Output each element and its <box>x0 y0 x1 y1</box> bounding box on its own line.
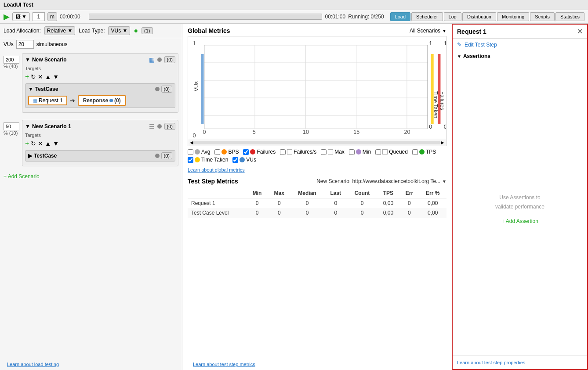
tab-scripts[interactable]: Scripts <box>530 12 555 21</box>
collapse-icon-1[interactable]: ▼ <box>25 57 30 63</box>
legend-tps-checkbox[interactable] <box>412 149 418 155</box>
svg-text:0: 0 <box>192 133 196 137</box>
row1-tps: 0,00 <box>377 198 399 208</box>
collapse-icon-2[interactable]: ▼ <box>25 123 30 129</box>
legend-time-taken-label: Time Taken <box>201 157 228 163</box>
edit-test-step-button[interactable]: ✎ Edit Test Step <box>453 39 587 50</box>
legend-failures-label: Failures <box>257 149 276 155</box>
row1-name: Request 1 <box>188 198 247 208</box>
right-panel: Request 1 ✕ ✎ Edit Test Step ▼ Assertion… <box>452 24 588 370</box>
tab-monitoring[interactable]: Monitoring <box>497 12 529 21</box>
col-last: Last <box>324 188 348 198</box>
vus-input[interactable] <box>16 40 34 49</box>
add-assertion-button[interactable]: + Add Assertion <box>501 218 538 224</box>
add-target-btn-2[interactable]: + <box>25 140 29 147</box>
legend-vus-checkbox[interactable] <box>232 157 238 163</box>
collapse-icon-tc1[interactable]: ▼ <box>28 86 33 92</box>
scroll-left-btn[interactable]: ◀ <box>190 140 193 145</box>
targets-label-1: Targets <box>25 66 175 71</box>
learn-test-step-props-link[interactable]: Learn about test step properties <box>457 360 525 365</box>
app-container: LoadUI Test ▶ 🖼 ▼ 1 m 00:00:00 00:01:00 … <box>0 0 588 370</box>
col-name <box>188 188 247 198</box>
pct-input-1[interactable] <box>4 56 19 64</box>
svg-text:0: 0 <box>444 124 446 130</box>
learn-test-step-metrics-link[interactable]: Learn about test step metrics <box>188 360 261 369</box>
add-scenario-button[interactable]: + Add Scenario <box>4 173 178 180</box>
chart-scrollbar[interactable]: ◀ ▶ <box>188 139 446 146</box>
time-unit-dropdown[interactable]: m <box>47 12 57 21</box>
load-type-dropdown[interactable]: VUs ▼ <box>108 26 130 35</box>
legend-max-label: Max <box>334 149 345 155</box>
learn-global-metrics-link[interactable]: Learn about global metrics <box>182 165 452 174</box>
simultaneous-label: simultaneous <box>36 41 68 47</box>
tab-scheduler[interactable]: Scheduler <box>411 12 443 21</box>
legend-max-checkbox[interactable] <box>321 149 327 155</box>
row2-min: 0 <box>247 208 268 218</box>
play-button[interactable]: ▶ <box>4 12 10 22</box>
allocation-type-dropdown[interactable]: Relative ▼ <box>44 26 76 35</box>
tab-log[interactable]: Log <box>444 12 461 21</box>
collapse-icon-tc2[interactable]: ▶ <box>28 153 32 159</box>
legend-failures-s-checkbox[interactable] <box>280 149 286 155</box>
legend-min-dot <box>356 149 361 154</box>
scenario2-dot <box>157 124 162 129</box>
legend-min-checkbox[interactable] <box>349 149 355 155</box>
learn-metrics-area: Learn about test step metrics <box>182 359 452 370</box>
row1-count: 0 <box>348 198 377 208</box>
close-button[interactable]: ✕ <box>577 27 583 36</box>
assertions-label: ▼ Assertions <box>457 53 583 59</box>
time-value-input[interactable]: 1 <box>33 12 45 21</box>
bar-chart-icon-1[interactable]: ▦ <box>149 56 155 63</box>
scenario1-title: New Scenario <box>32 57 67 63</box>
pct-input-2[interactable] <box>4 122 19 130</box>
scenario-url-selector[interactable]: New Scenario: http://www.datasciencetool… <box>316 178 446 184</box>
tab-distribution[interactable]: Distribution <box>462 12 496 21</box>
main-layout: Load Allocation: Relative ▼ Load Type: V… <box>0 24 588 370</box>
learn-load-testing-link[interactable]: Learn about load testing <box>4 359 62 370</box>
legend-time-taken-checkbox[interactable] <box>188 157 193 163</box>
down-target-btn-2[interactable]: ▼ <box>53 140 59 147</box>
refresh-target-btn-2[interactable]: ↻ <box>31 140 36 147</box>
metrics-table: Min Max Median Last Count TPS Err Err % <box>188 188 446 218</box>
legend-tps-label: TPS <box>426 149 436 155</box>
chart-container: 1 0 VUs <box>188 36 446 146</box>
right-bottom: Learn about test step properties <box>453 356 587 369</box>
legend-queued-square <box>382 149 388 154</box>
request1-button[interactable]: ▦ Request 1 <box>28 96 67 105</box>
load-config-row: Load Allocation: Relative ▼ Load Type: V… <box>0 24 182 38</box>
list-icon-2[interactable]: ☰ <box>149 123 155 130</box>
col-err-pct: Err % <box>419 188 446 198</box>
svg-text:15: 15 <box>353 129 359 135</box>
delete-target-btn-2[interactable]: ✕ <box>38 140 43 147</box>
edit-test-step-label: Edit Test Step <box>465 42 497 48</box>
scrollbar-track[interactable] <box>193 141 441 144</box>
legend-vus-dot <box>240 157 245 162</box>
tab-statistics[interactable]: Statistics <box>555 12 584 21</box>
up-target-btn-1[interactable]: ▲ <box>45 73 51 81</box>
response-label: Response <box>83 97 108 104</box>
legend-vus-label: VUs <box>246 157 256 163</box>
assertions-title: Assertions <box>463 53 490 59</box>
add-target-btn-1[interactable]: + <box>25 73 29 81</box>
scenario-url-label: New Scenario: http://www.datasciencetool… <box>316 178 440 184</box>
response-button[interactable]: Response (0) <box>78 95 126 106</box>
all-scenarios-selector[interactable]: All Scenarios ▼ <box>410 28 446 34</box>
legend-bps-checkbox[interactable] <box>214 149 220 155</box>
legend-queued-checkbox[interactable] <box>375 149 381 155</box>
tab-load[interactable]: Load <box>390 12 410 21</box>
global-metrics-header: Global Metrics All Scenarios ▼ <box>182 24 452 36</box>
refresh-target-btn-1[interactable]: ↻ <box>31 73 36 81</box>
row2-median: 0 <box>290 208 324 218</box>
chevron-down-icon: ▼ <box>442 29 446 33</box>
up-target-btn-2[interactable]: ▲ <box>45 140 51 147</box>
edit-icon: ✎ <box>457 41 462 48</box>
scenarios-area: % (40) ▼ New Scenario ▦ (0) <box>0 50 182 359</box>
down-target-btn-1[interactable]: ▼ <box>53 73 59 81</box>
delete-target-btn-1[interactable]: ✕ <box>38 73 43 81</box>
scenario1-header: ▼ New Scenario ▦ (0) <box>25 56 175 63</box>
legend-avg-checkbox[interactable] <box>188 149 193 155</box>
global-metrics-title: Global Metrics <box>188 27 230 34</box>
legend-failures-checkbox[interactable] <box>243 149 249 155</box>
scroll-right-btn[interactable]: ▶ <box>441 140 444 145</box>
monitor-button[interactable]: 🖼 ▼ <box>12 12 30 21</box>
